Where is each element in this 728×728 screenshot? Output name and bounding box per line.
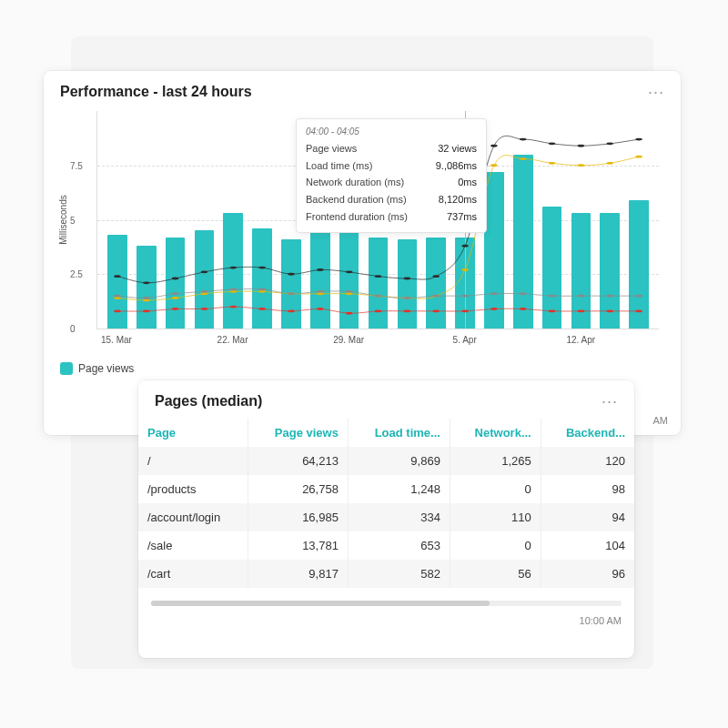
table-cell: /sale bbox=[138, 531, 248, 560]
data-point[interactable] bbox=[143, 309, 149, 312]
table-header[interactable]: Page views bbox=[248, 419, 348, 447]
data-point[interactable] bbox=[520, 308, 526, 310]
data-point[interactable] bbox=[172, 278, 178, 280]
tooltip-row: Frontend duration (ms)737ms bbox=[306, 208, 477, 226]
data-point[interactable] bbox=[635, 138, 642, 141]
data-point[interactable] bbox=[288, 309, 294, 312]
card-menu-button[interactable]: ··· bbox=[648, 84, 664, 100]
legend-swatch-icon bbox=[60, 362, 73, 375]
data-point[interactable] bbox=[635, 156, 642, 158]
data-point[interactable] bbox=[404, 309, 410, 312]
data-point[interactable] bbox=[549, 142, 555, 145]
table-cell: /cart bbox=[138, 560, 248, 588]
table-row[interactable]: /cart9,8175825696 bbox=[138, 560, 634, 588]
data-point[interactable] bbox=[288, 292, 294, 295]
card-title: Performance - last 24 hours bbox=[60, 84, 252, 100]
table-header[interactable]: Backend... bbox=[541, 419, 634, 447]
data-point[interactable] bbox=[461, 268, 468, 271]
table-row[interactable]: /sale13,7816530104 bbox=[138, 531, 634, 560]
data-point[interactable] bbox=[432, 309, 439, 312]
data-point[interactable] bbox=[490, 145, 497, 147]
data-point[interactable] bbox=[288, 273, 294, 276]
data-point[interactable] bbox=[230, 306, 237, 308]
data-point[interactable] bbox=[490, 164, 497, 167]
data-point[interactable] bbox=[432, 295, 439, 298]
data-point[interactable] bbox=[578, 309, 584, 312]
chart-tooltip: 04:00 - 04:05Page views32 viewsLoad time… bbox=[296, 118, 487, 233]
data-point[interactable] bbox=[230, 267, 237, 269]
data-point[interactable] bbox=[172, 292, 178, 295]
data-point[interactable] bbox=[432, 275, 439, 278]
pages-table-card: Pages (median) ··· PagePage viewsLoad ti… bbox=[138, 380, 634, 658]
data-point[interactable] bbox=[143, 281, 149, 284]
plot-area[interactable]: 02.557.504:00 - 04:05Page views32 viewsL… bbox=[96, 111, 659, 329]
data-point[interactable] bbox=[578, 145, 584, 147]
timestamp: AM bbox=[653, 415, 669, 426]
table-row[interactable]: /products26,7581,248098 bbox=[138, 475, 634, 503]
data-point[interactable] bbox=[578, 164, 584, 167]
data-point[interactable] bbox=[549, 295, 555, 298]
table-cell: 13,781 bbox=[248, 531, 348, 560]
data-point[interactable] bbox=[114, 295, 120, 298]
data-point[interactable] bbox=[230, 288, 237, 291]
data-point[interactable] bbox=[172, 297, 178, 299]
data-point[interactable] bbox=[549, 309, 555, 312]
table-cell: 104 bbox=[541, 531, 634, 560]
data-point[interactable] bbox=[520, 157, 526, 160]
data-point[interactable] bbox=[375, 295, 381, 298]
data-point[interactable] bbox=[143, 297, 149, 299]
data-point[interactable] bbox=[317, 290, 323, 293]
data-point[interactable] bbox=[635, 309, 642, 312]
data-point[interactable] bbox=[490, 292, 497, 295]
data-point[interactable] bbox=[461, 295, 468, 298]
data-point[interactable] bbox=[258, 267, 265, 269]
data-point[interactable] bbox=[635, 295, 642, 298]
data-point[interactable] bbox=[201, 308, 207, 310]
scrollbar-thumb[interactable] bbox=[151, 601, 490, 606]
table-header[interactable]: Load time... bbox=[348, 419, 450, 447]
data-point[interactable] bbox=[346, 290, 352, 293]
data-point[interactable] bbox=[607, 295, 613, 298]
table-row[interactable]: /64,2139,8691,265120 bbox=[138, 447, 634, 475]
data-point[interactable] bbox=[490, 308, 497, 310]
data-point[interactable] bbox=[258, 308, 265, 310]
data-point[interactable] bbox=[520, 138, 526, 141]
data-point[interactable] bbox=[404, 297, 410, 299]
table-cell: 16,985 bbox=[248, 503, 348, 531]
data-point[interactable] bbox=[549, 162, 555, 165]
data-point[interactable] bbox=[172, 308, 178, 310]
table-cell: 9,817 bbox=[248, 560, 348, 588]
table-cell: / bbox=[138, 447, 248, 475]
table-row[interactable]: /account/login16,98533411094 bbox=[138, 503, 634, 531]
table-cell: 94 bbox=[541, 503, 634, 531]
data-point[interactable] bbox=[375, 275, 381, 278]
data-point[interactable] bbox=[346, 312, 352, 315]
table-header[interactable]: Network... bbox=[450, 419, 541, 447]
y-tick-label: 0 bbox=[70, 324, 76, 334]
data-point[interactable] bbox=[258, 288, 265, 291]
card-menu-button[interactable]: ··· bbox=[602, 393, 618, 410]
data-point[interactable] bbox=[114, 309, 120, 312]
data-point[interactable] bbox=[114, 275, 120, 278]
table-cell: 653 bbox=[348, 531, 450, 560]
table-header[interactable]: Page bbox=[138, 419, 248, 447]
table-cell: 334 bbox=[348, 503, 450, 531]
data-point[interactable] bbox=[201, 290, 207, 293]
data-point[interactable] bbox=[520, 292, 526, 295]
data-point[interactable] bbox=[461, 245, 468, 248]
data-point[interactable] bbox=[607, 142, 613, 145]
data-point[interactable] bbox=[578, 295, 584, 298]
data-point[interactable] bbox=[201, 270, 207, 273]
chart-area[interactable]: Milliseconds 02.557.504:00 - 04:05Page v… bbox=[44, 106, 681, 353]
data-point[interactable] bbox=[346, 270, 352, 273]
data-point[interactable] bbox=[317, 268, 323, 271]
x-tick-label: 29. Mar bbox=[333, 335, 364, 345]
data-point[interactable] bbox=[404, 278, 410, 280]
table-cell: 582 bbox=[348, 560, 450, 588]
data-point[interactable] bbox=[607, 162, 613, 165]
horizontal-scrollbar[interactable] bbox=[151, 601, 622, 606]
data-point[interactable] bbox=[607, 309, 613, 312]
data-point[interactable] bbox=[375, 309, 381, 312]
data-point[interactable] bbox=[317, 308, 323, 310]
data-point[interactable] bbox=[461, 309, 468, 312]
